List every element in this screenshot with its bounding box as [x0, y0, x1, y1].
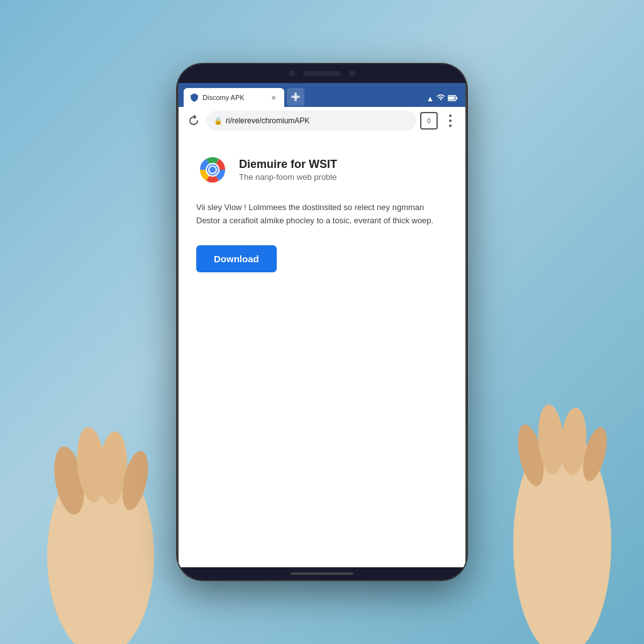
phone-top-bar [177, 64, 467, 83]
url-text: ri/relereve/chromiumAPK [226, 116, 409, 125]
screen: Discomy APK ✕ ▲ [179, 83, 465, 567]
new-tab-button[interactable] [287, 88, 304, 106]
left-hand [38, 418, 164, 644]
address-bar-row: 🔒 ri/relereve/chromiumAPK 0 [179, 107, 465, 135]
sensor [349, 70, 355, 77]
svg-point-12 [50, 444, 89, 517]
app-header: Diemuire for WSIT The nanp-foom web prob… [196, 153, 448, 186]
tab-close-button[interactable]: ✕ [269, 93, 278, 102]
tab-favicon-icon [190, 93, 199, 102]
tab-title: Discomy APK [203, 94, 265, 101]
svg-point-18 [536, 404, 566, 476]
address-field[interactable]: 🔒 ri/relereve/chromiumAPK [206, 111, 416, 131]
tabs-count: 0 [427, 118, 431, 125]
more-menu-button[interactable] [441, 112, 459, 130]
svg-point-14 [97, 431, 129, 505]
front-camera [289, 70, 295, 77]
download-button[interactable]: Download [196, 245, 277, 272]
svg-point-20 [579, 425, 611, 483]
new-tab-icon [291, 92, 300, 101]
signal-icon: ▲ [426, 94, 434, 103]
svg-point-11 [47, 455, 154, 644]
active-tab[interactable]: Discomy APK ✕ [184, 88, 284, 107]
chrome-logo-icon [196, 153, 229, 186]
svg-point-13 [74, 426, 108, 503]
battery-icon [448, 94, 458, 103]
tabs-count-button[interactable]: 0 [420, 112, 438, 130]
refresh-button[interactable] [185, 112, 203, 130]
svg-rect-4 [457, 97, 458, 99]
menu-dot-1 [449, 114, 452, 117]
app-title: Diemuire for WSIT [239, 158, 448, 172]
svg-rect-3 [448, 96, 455, 99]
svg-point-10 [209, 167, 216, 173]
page-content: Diemuire for WSIT The nanp-foom web prob… [179, 135, 465, 567]
svg-rect-1 [291, 96, 300, 98]
phone: Discomy APK ✕ ▲ [177, 64, 467, 580]
svg-point-15 [118, 448, 152, 512]
wifi-icon [436, 94, 445, 103]
app-header-text: Diemuire for WSIT The nanp-foom web prob… [239, 158, 448, 182]
right-hand [506, 386, 619, 644]
menu-dot-3 [449, 125, 452, 127]
lock-icon: 🔒 [214, 117, 223, 125]
description-text: Vii sley Viow ! Lolmmees the dostinsited… [196, 201, 448, 228]
home-indicator [291, 572, 353, 575]
menu-dot-2 [449, 119, 452, 122]
browser-chrome: Discomy APK ✕ ▲ [179, 83, 465, 135]
app-title-text: Diemuire for WSIT [239, 158, 337, 170]
phone-bottom [177, 567, 467, 580]
svg-point-19 [558, 407, 588, 477]
earpiece [303, 71, 341, 76]
svg-point-17 [513, 422, 548, 488]
app-subtitle: The nanp-foom web proble [239, 172, 448, 182]
scene: Discomy APK ✕ ▲ [0, 0, 644, 644]
tab-bar: Discomy APK ✕ ▲ [179, 83, 465, 107]
svg-point-16 [513, 430, 611, 644]
status-bar: ▲ [426, 94, 460, 107]
